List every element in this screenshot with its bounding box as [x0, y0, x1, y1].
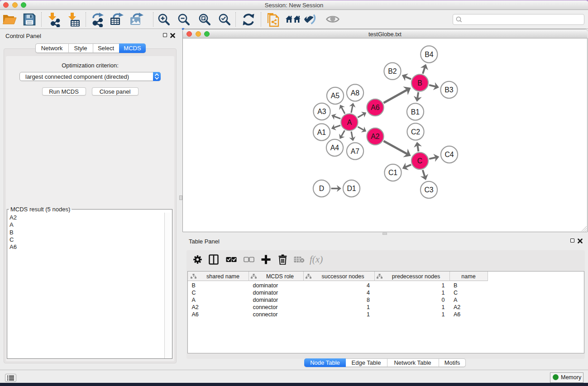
svg-text:B3: B3 — [445, 86, 454, 94]
svg-text:D1: D1 — [347, 185, 356, 192]
svg-text:B2: B2 — [388, 67, 397, 75]
svg-text:A1: A1 — [317, 129, 326, 136]
svg-text:D: D — [319, 185, 324, 192]
svg-text:A7: A7 — [351, 148, 359, 155]
svg-text:C2: C2 — [411, 128, 420, 136]
svg-text:A4: A4 — [330, 144, 339, 152]
svg-text:B: B — [417, 79, 422, 87]
svg-text:A2: A2 — [371, 133, 379, 140]
svg-text:C1: C1 — [388, 169, 397, 176]
svg-text:C3: C3 — [424, 186, 433, 194]
svg-text:A: A — [347, 119, 352, 126]
svg-text:A5: A5 — [331, 92, 340, 100]
svg-text:C4: C4 — [445, 151, 454, 158]
svg-text:A8: A8 — [351, 89, 360, 97]
svg-text:B1: B1 — [411, 108, 420, 116]
svg-text:B4: B4 — [425, 51, 434, 58]
svg-text:A3: A3 — [317, 108, 326, 115]
svg-text:A6: A6 — [371, 104, 380, 111]
svg-text:C: C — [417, 157, 422, 165]
